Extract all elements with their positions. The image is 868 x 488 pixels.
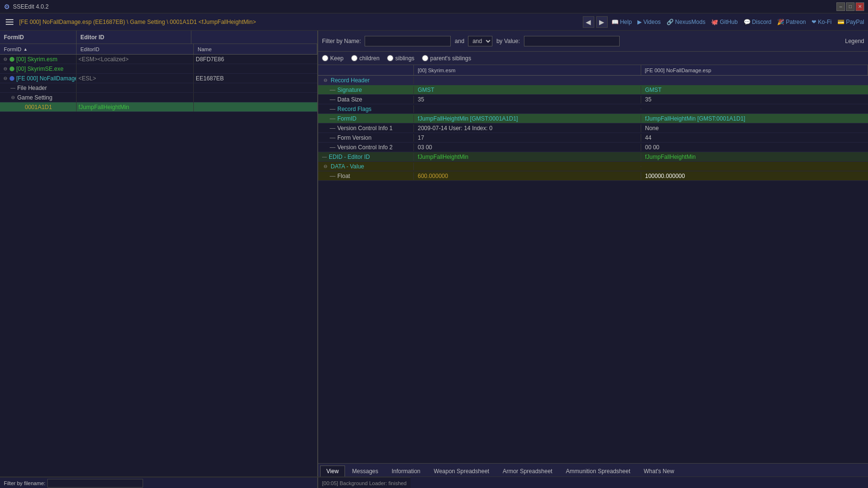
rcol-skyrim-header[interactable]: [00] Skyrim.esm bbox=[414, 65, 641, 75]
nav-paypal-link[interactable]: 💳 PayPal bbox=[837, 19, 864, 25]
filter-siblings-option[interactable]: siblings bbox=[387, 55, 414, 62]
legend-button[interactable]: Legend bbox=[845, 38, 864, 44]
tab-information[interactable]: Information bbox=[386, 466, 427, 477]
record-float-row[interactable]: — Float 600.000000 100000.000000 bbox=[318, 171, 868, 181]
filter-parents-radio[interactable] bbox=[422, 55, 428, 61]
formid-row-field: — FormID bbox=[318, 115, 414, 122]
tab-ammo-spreadsheet[interactable]: Ammunition Spreadsheet bbox=[559, 466, 636, 477]
record-edid-row[interactable]: — EDID - Editor ID fJumpFallHeightMin fJ… bbox=[318, 152, 868, 162]
left-panel-header: FormID Editor ID bbox=[0, 31, 317, 44]
left-header-editorid: Editor ID bbox=[77, 31, 191, 44]
filter-value-input[interactable] bbox=[524, 36, 620, 46]
record-flags-row[interactable]: — Record Flags bbox=[318, 104, 868, 114]
tree-item-skyrimse-exe[interactable]: ⊖ [00] SkyrimSE.exe bbox=[0, 64, 317, 74]
filter-parents-option[interactable]: parent's siblings bbox=[422, 55, 471, 62]
nav-help-link[interactable]: 📖 Help bbox=[612, 19, 632, 25]
tree-name-skyrim-esm: D8FD7E86 bbox=[194, 55, 317, 64]
filter-and-label: and bbox=[455, 38, 464, 44]
tab-armor-spreadsheet[interactable]: Armor Spreadsheet bbox=[496, 466, 558, 477]
col-editorid-header[interactable]: EditorID bbox=[77, 44, 194, 54]
tree-container[interactable]: ⊖ [00] Skyrim.esm <ESM><Localized> D8FD7… bbox=[0, 55, 317, 477]
filter-children-radio[interactable] bbox=[351, 55, 357, 61]
bottom-tabs: View Messages Information Weapon Spreads… bbox=[318, 463, 868, 477]
formver-field: — Form Version bbox=[318, 134, 414, 142]
left-table-header: FormID ▲ EditorID Name bbox=[0, 44, 317, 55]
tree-editorid-skyrimse-exe bbox=[77, 64, 194, 73]
record-vci2-row[interactable]: — Version Control Info 2 03 00 00 00 bbox=[318, 143, 868, 152]
tree-name-nofallmod: EE1687EB bbox=[194, 74, 317, 83]
tree-item-skyrim-esm[interactable]: ⊖ [00] Skyrim.esm <ESM><Localized> D8FD7… bbox=[0, 55, 317, 64]
vci2-skyrim: 03 00 bbox=[414, 144, 641, 151]
tab-whats-new[interactable]: What's New bbox=[637, 466, 680, 477]
expand-icon: — bbox=[10, 85, 16, 91]
expand-icon[interactable]: ⊖ bbox=[2, 56, 9, 63]
edid-field: — EDID - Editor ID bbox=[318, 153, 414, 161]
expand-icon[interactable]: ⊖ bbox=[2, 75, 9, 82]
expand-icon[interactable]: ⊖ bbox=[2, 66, 9, 72]
filter-name-input[interactable] bbox=[365, 36, 451, 46]
collapse-icon[interactable]: ⊖ bbox=[322, 163, 329, 170]
tree-name-file-header bbox=[194, 83, 317, 92]
col-name-header[interactable]: Name bbox=[194, 44, 317, 54]
nav-nexusmods-link[interactable]: 🔗 NexusMods bbox=[667, 19, 705, 25]
tree-item-jump-fall[interactable]: 0001A1D1 fJumpFallHeightMin bbox=[0, 102, 317, 112]
minimize-button[interactable]: – bbox=[836, 2, 845, 11]
close-button[interactable]: ✕ bbox=[856, 2, 864, 11]
tree-editorid-jump-fall: fJumpFallHeightMin bbox=[77, 102, 194, 111]
nav-links: 📖 Help ▶ Videos 🔗 NexusMods 🐙 GitHub 💬 D… bbox=[612, 19, 864, 25]
tab-weapon-spreadsheet[interactable]: Weapon Spreadsheet bbox=[428, 466, 496, 477]
filter-options: Keep children siblings parent's siblings bbox=[318, 52, 868, 65]
filter-keep-option[interactable]: Keep bbox=[322, 55, 344, 62]
recordflags-skyrim bbox=[414, 109, 641, 110]
collapse-icon[interactable]: ⊖ bbox=[322, 77, 329, 84]
status-icon bbox=[10, 57, 14, 62]
rcol-field-header[interactable] bbox=[318, 65, 414, 75]
datasize-nofall: 35 bbox=[641, 96, 868, 103]
title-text: SSEEdit 4.0.2 bbox=[13, 3, 49, 10]
filter-keep-radio[interactable] bbox=[322, 55, 328, 61]
float-nofall: 100000.000000 bbox=[641, 172, 868, 180]
filter-siblings-radio[interactable] bbox=[387, 55, 393, 61]
record-formver-row[interactable]: — Form Version 17 44 bbox=[318, 133, 868, 143]
edid-skyrim: fJumpFallHeightMin bbox=[414, 153, 641, 161]
record-signature-row[interactable]: — Signature GMST GMST bbox=[318, 85, 868, 95]
tab-messages[interactable]: Messages bbox=[346, 466, 385, 477]
tree-item-nofallmod[interactable]: ⊖ [FE 000] NoFallDamage.esp <ESL> EE1687… bbox=[0, 74, 317, 83]
app-icon: ⚙ bbox=[4, 3, 10, 11]
record-table[interactable]: [00] Skyrim.esm [FE 000] NoFallDamage.es… bbox=[318, 65, 868, 463]
nav-patreon-link[interactable]: 🎉 Patreon bbox=[777, 19, 806, 25]
formid-row-skyrim: fJumpFallHeightMin [GMST:0001A1D1] bbox=[414, 115, 641, 122]
tree-item-game-setting[interactable]: ⊖ Game Setting bbox=[0, 93, 317, 102]
expand-icon[interactable]: ⊖ bbox=[10, 94, 16, 101]
filter-filename-input[interactable] bbox=[47, 479, 143, 488]
record-section-header[interactable]: ⊖ Record Header bbox=[318, 76, 868, 85]
vci1-nofall: None bbox=[641, 124, 868, 132]
record-vci1-row[interactable]: — Version Control Info 1 2009-07-14 User… bbox=[318, 123, 868, 133]
filter-children-option[interactable]: children bbox=[351, 55, 379, 62]
float-skyrim: 600.000000 bbox=[414, 172, 641, 180]
record-datasize-row[interactable]: — Data Size 35 35 bbox=[318, 95, 868, 104]
filter-and-select[interactable]: and or bbox=[468, 36, 492, 46]
nav-videos-link[interactable]: ▶ Videos bbox=[637, 19, 660, 25]
signature-nofall: GMST bbox=[641, 86, 868, 94]
rcol-nofallmod-header[interactable]: [FE 000] NoFallDamage.esp bbox=[641, 65, 868, 75]
tree-item-file-header[interactable]: — File Header bbox=[0, 83, 317, 93]
edid-nofall: fJumpFallHeightMin bbox=[641, 153, 868, 161]
nav-forward-button[interactable]: ▶ bbox=[596, 16, 608, 28]
main-content: FormID Editor ID FormID ▲ EditorID Name bbox=[0, 31, 868, 477]
datasize-field: — Data Size bbox=[318, 96, 414, 103]
data-section-field: ⊖ DATA - Value bbox=[318, 163, 414, 170]
nav-discord-link[interactable]: 💬 Discord bbox=[744, 19, 772, 25]
col-formid-header[interactable]: FormID ▲ bbox=[0, 44, 77, 54]
hamburger-menu[interactable] bbox=[4, 16, 15, 28]
tab-view[interactable]: View bbox=[320, 466, 345, 477]
vci2-nofall: 00 00 bbox=[641, 144, 868, 151]
nav-github-link[interactable]: 🐙 GitHub bbox=[711, 19, 737, 25]
record-formid-row[interactable]: — FormID fJumpFallHeightMin [GMST:0001A1… bbox=[318, 114, 868, 123]
nav-kofi-link[interactable]: ❤ Ko-Fi bbox=[812, 19, 832, 25]
record-data-section[interactable]: ⊖ DATA - Value bbox=[318, 162, 868, 171]
maximize-button[interactable]: □ bbox=[846, 2, 855, 11]
right-panel: Filter by Name: and and or by Value: Leg… bbox=[318, 31, 868, 477]
recordflags-nofall bbox=[641, 109, 868, 110]
nav-back-button[interactable]: ◀ bbox=[583, 16, 594, 28]
